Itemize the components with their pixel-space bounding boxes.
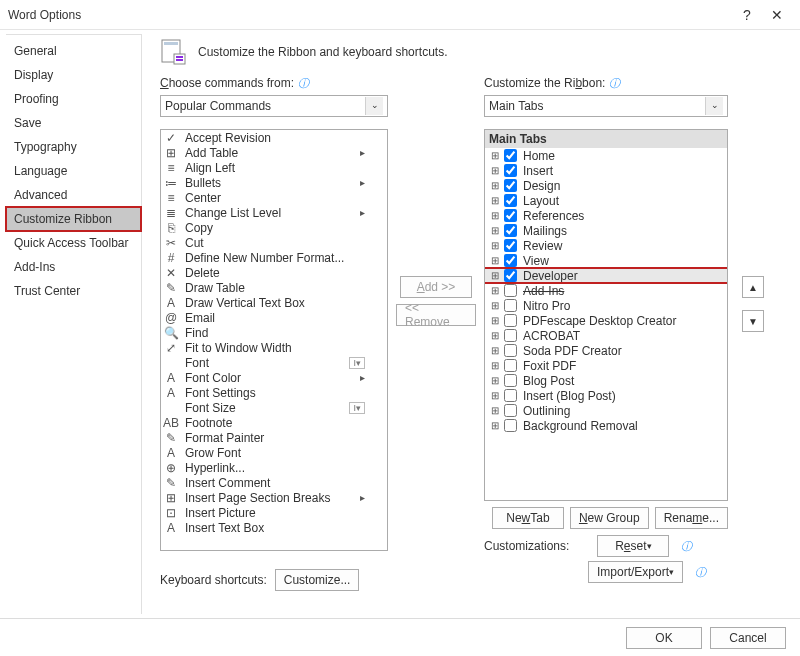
command-item[interactable]: ✂Cut: [161, 235, 387, 250]
sidebar-item-general[interactable]: General: [6, 39, 141, 63]
tab-row-outlining[interactable]: ⊞Outlining: [485, 403, 727, 418]
tab-row-blog-post[interactable]: ⊞Blog Post: [485, 373, 727, 388]
command-item[interactable]: ⊞Add Table▸: [161, 145, 387, 160]
expand-icon[interactable]: ⊞: [489, 150, 500, 161]
expand-icon[interactable]: ⊞: [489, 300, 500, 311]
expand-icon[interactable]: ⊞: [489, 270, 500, 281]
command-item[interactable]: ≡Center: [161, 190, 387, 205]
command-item[interactable]: Font SizeI▾: [161, 400, 387, 415]
command-item[interactable]: AGrow Font: [161, 445, 387, 460]
sidebar-item-add-ins[interactable]: Add-Ins: [6, 255, 141, 279]
command-item[interactable]: FontI▾: [161, 355, 387, 370]
tab-row-review[interactable]: ⊞Review: [485, 238, 727, 253]
tab-row-view[interactable]: ⊞View: [485, 253, 727, 268]
expand-icon[interactable]: ⊞: [489, 420, 500, 431]
expand-icon[interactable]: ⊞: [489, 330, 500, 341]
tab-row-insert-blog-post-[interactable]: ⊞Insert (Blog Post): [485, 388, 727, 403]
command-item[interactable]: ADraw Vertical Text Box: [161, 295, 387, 310]
tab-checkbox[interactable]: [504, 359, 517, 372]
expand-icon[interactable]: ⊞: [489, 165, 500, 176]
tab-checkbox[interactable]: [504, 149, 517, 162]
tab-row-home[interactable]: ⊞Home: [485, 148, 727, 163]
help-icon[interactable]: ⓘ: [681, 539, 692, 554]
sidebar-item-proofing[interactable]: Proofing: [6, 87, 141, 111]
tab-row-nitro-pro[interactable]: ⊞Nitro Pro: [485, 298, 727, 313]
expand-icon[interactable]: ⊞: [489, 240, 500, 251]
command-item[interactable]: ⊡Insert Picture: [161, 505, 387, 520]
tab-row-references[interactable]: ⊞References: [485, 208, 727, 223]
choose-commands-dropdown[interactable]: Popular Commands ⌄: [160, 95, 388, 117]
tab-row-foxit-pdf[interactable]: ⊞Foxit PDF: [485, 358, 727, 373]
commands-listbox[interactable]: ✓Accept Revision⊞Add Table▸≡Align Left≔B…: [160, 129, 388, 551]
tab-checkbox[interactable]: [504, 344, 517, 357]
tab-checkbox[interactable]: [504, 224, 517, 237]
move-down-button[interactable]: ▼: [742, 310, 764, 332]
import-export-dropdown[interactable]: Import/Export: [588, 561, 683, 583]
command-item[interactable]: ⊕Hyperlink...: [161, 460, 387, 475]
ok-button[interactable]: OK: [626, 627, 702, 649]
help-icon[interactable]: ⓘ: [609, 77, 620, 89]
command-item[interactable]: #Define New Number Format...: [161, 250, 387, 265]
tab-row-mailings[interactable]: ⊞Mailings: [485, 223, 727, 238]
command-item[interactable]: ABFootnote: [161, 415, 387, 430]
expand-icon[interactable]: ⊞: [489, 255, 500, 266]
tab-checkbox[interactable]: [504, 404, 517, 417]
rename-button[interactable]: Rename...: [655, 507, 728, 529]
sidebar-item-quick-access-toolbar[interactable]: Quick Access Toolbar: [6, 231, 141, 255]
tab-row-add-ins[interactable]: ⊞Add-Ins: [485, 283, 727, 298]
tab-row-soda-pdf-creator[interactable]: ⊞Soda PDF Creator: [485, 343, 727, 358]
move-up-button[interactable]: ▲: [742, 276, 764, 298]
tab-checkbox[interactable]: [504, 314, 517, 327]
tab-checkbox[interactable]: [504, 299, 517, 312]
command-item[interactable]: ✎Format Painter: [161, 430, 387, 445]
expand-icon[interactable]: ⊞: [489, 345, 500, 356]
expand-icon[interactable]: ⊞: [489, 210, 500, 221]
sidebar-item-display[interactable]: Display: [6, 63, 141, 87]
tab-row-background-removal[interactable]: ⊞Background Removal: [485, 418, 727, 433]
help-icon[interactable]: ⓘ: [695, 565, 706, 580]
tabs-listbox[interactable]: Main Tabs ⊞Home⊞Insert⊞Design⊞Layout⊞Ref…: [484, 129, 728, 501]
customize-ribbon-dropdown[interactable]: Main Tabs ⌄: [484, 95, 728, 117]
expand-icon[interactable]: ⊞: [489, 195, 500, 206]
command-item[interactable]: ≣Change List Level▸: [161, 205, 387, 220]
tab-row-design[interactable]: ⊞Design: [485, 178, 727, 193]
tab-checkbox[interactable]: [504, 389, 517, 402]
command-item[interactable]: ≔Bullets▸: [161, 175, 387, 190]
tab-checkbox[interactable]: [504, 269, 517, 282]
tab-checkbox[interactable]: [504, 179, 517, 192]
sidebar-item-language[interactable]: Language: [6, 159, 141, 183]
tab-checkbox[interactable]: [504, 419, 517, 432]
tab-checkbox[interactable]: [504, 374, 517, 387]
help-icon[interactable]: ⓘ: [298, 77, 309, 89]
tab-checkbox[interactable]: [504, 194, 517, 207]
customize-button[interactable]: Customize...: [275, 569, 360, 591]
tab-checkbox[interactable]: [504, 239, 517, 252]
tab-row-acrobat[interactable]: ⊞ACROBAT: [485, 328, 727, 343]
sidebar-item-trust-center[interactable]: Trust Center: [6, 279, 141, 303]
expand-icon[interactable]: ⊞: [489, 180, 500, 191]
tab-row-developer[interactable]: ⊞Developer: [484, 268, 728, 283]
expand-icon[interactable]: ⊞: [489, 360, 500, 371]
sidebar-item-customize-ribbon[interactable]: Customize Ribbon: [6, 207, 141, 231]
expand-icon[interactable]: ⊞: [489, 405, 500, 416]
expand-icon[interactable]: ⊞: [489, 285, 500, 296]
tab-checkbox[interactable]: [504, 209, 517, 222]
command-item[interactable]: ✎Insert Comment: [161, 475, 387, 490]
expand-icon[interactable]: ⊞: [489, 375, 500, 386]
command-item[interactable]: ✕Delete: [161, 265, 387, 280]
sidebar-item-typography[interactable]: Typography: [6, 135, 141, 159]
expand-icon[interactable]: ⊞: [489, 390, 500, 401]
tab-checkbox[interactable]: [504, 284, 517, 297]
command-item[interactable]: ⊞Insert Page Section Breaks▸: [161, 490, 387, 505]
reset-dropdown[interactable]: Reset: [597, 535, 669, 557]
new-tab-button[interactable]: New Tab: [492, 507, 564, 529]
tab-row-pdfescape-desktop-creator[interactable]: ⊞PDFescape Desktop Creator: [485, 313, 727, 328]
tab-row-layout[interactable]: ⊞Layout: [485, 193, 727, 208]
tab-row-insert[interactable]: ⊞Insert: [485, 163, 727, 178]
command-item[interactable]: 🔍Find: [161, 325, 387, 340]
command-item[interactable]: @Email: [161, 310, 387, 325]
expand-icon[interactable]: ⊞: [489, 315, 500, 326]
command-item[interactable]: AFont Color▸: [161, 370, 387, 385]
command-item[interactable]: ≡Align Left: [161, 160, 387, 175]
command-item[interactable]: ⎘Copy: [161, 220, 387, 235]
